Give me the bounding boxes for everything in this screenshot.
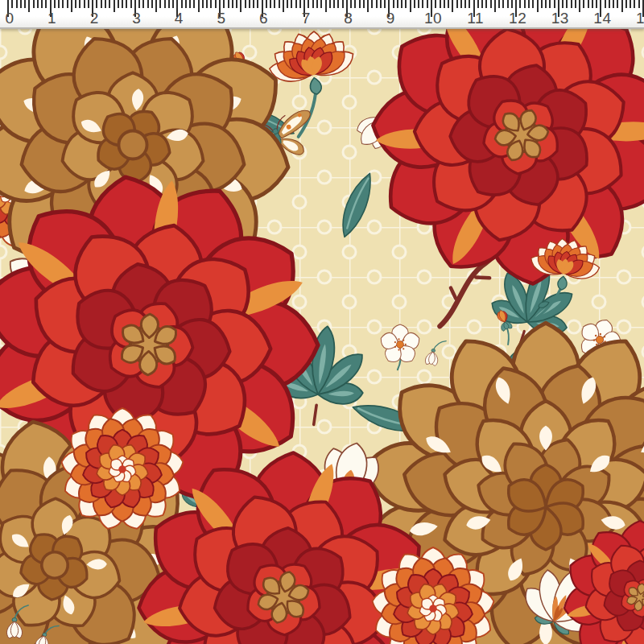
- ruler-tick: [524, 0, 526, 8]
- ruler: 0123456789101112131415: [0, 0, 644, 29]
- ruler-tick: [96, 0, 97, 8]
- ruler-tick: [545, 0, 547, 8]
- ruler-tick: [54, 0, 56, 8]
- ruler-tick: [20, 0, 22, 8]
- ruler-tick: [283, 0, 284, 12]
- ruler-tick: [494, 0, 496, 12]
- ruler-tick: [397, 0, 398, 8]
- ruler-tick: [588, 0, 589, 8]
- ruler-tick: [274, 0, 275, 8]
- ruler-tick: [266, 0, 267, 8]
- ruler-label: 11: [467, 10, 484, 26]
- ruler-tick: [511, 0, 513, 8]
- ruler-tick: [168, 0, 170, 8]
- ruler-tick: [24, 0, 26, 8]
- ruler-tick: [422, 0, 423, 8]
- ruler-label: 7: [302, 10, 311, 26]
- ruler-tick: [126, 0, 127, 8]
- ruler-tick: [367, 0, 369, 12]
- ruler-tick: [393, 0, 394, 8]
- ruler-tick: [164, 0, 166, 8]
- ruler-tick: [592, 0, 593, 8]
- ruler-tick: [206, 0, 208, 8]
- ruler-tick: [41, 0, 43, 8]
- ruler-tick: [440, 0, 441, 8]
- ruler-label: 9: [386, 10, 395, 26]
- ruler-tick: [596, 0, 597, 8]
- ruler-tick: [138, 0, 140, 8]
- ruler-tick: [337, 0, 339, 8]
- ruler-tick: [198, 0, 200, 12]
- ruler-tick: [414, 0, 415, 8]
- ruler-tick: [460, 0, 462, 8]
- ruler-label: 10: [424, 10, 442, 26]
- ruler-tick: [342, 0, 344, 8]
- ruler-tick: [549, 0, 551, 8]
- fabric-swatch-photo: 0123456789101112131415: [0, 0, 644, 644]
- ruler-tick: [452, 0, 453, 12]
- ruler-tick: [354, 0, 356, 8]
- ruler-tick: [79, 0, 80, 8]
- ruler-tick: [638, 0, 640, 8]
- ruler-tick: [634, 0, 635, 8]
- ruler-tick: [295, 0, 297, 8]
- ruler-tick: [333, 0, 335, 8]
- ruler-tick: [469, 0, 470, 8]
- ruler-tick: [58, 0, 60, 8]
- ruler-tick: [320, 0, 322, 8]
- ruler-tick: [142, 0, 144, 8]
- ruler-tick: [329, 0, 331, 8]
- ruler-tick: [363, 0, 365, 8]
- ruler-label: 12: [509, 10, 526, 26]
- ruler-tick: [155, 0, 157, 12]
- ruler-tick: [566, 0, 568, 8]
- fabric-pattern: [0, 27, 644, 644]
- ruler-tick: [371, 0, 373, 8]
- ruler-tick: [308, 0, 309, 8]
- ruler-tick: [37, 0, 39, 8]
- ruler-tick: [435, 0, 436, 8]
- ruler-tick: [105, 0, 106, 8]
- ruler-tick: [617, 0, 618, 8]
- ruler-tick: [376, 0, 378, 8]
- ruler-tick: [147, 0, 149, 8]
- ruler-tick: [605, 0, 606, 8]
- ruler-label: 13: [551, 10, 569, 26]
- ruler-label: 5: [217, 10, 225, 26]
- ruler-tick: [359, 0, 361, 8]
- ruler-tick: [464, 0, 466, 8]
- ruler-tick: [571, 0, 572, 8]
- ruler-tick: [583, 0, 584, 8]
- ruler-tick: [625, 0, 627, 8]
- ruler-tick: [249, 0, 250, 8]
- ruler-tick: [118, 0, 119, 8]
- ruler-tick: [71, 0, 72, 12]
- ruler-tick: [427, 0, 428, 8]
- ruler-tick: [490, 0, 492, 8]
- ruler-tick: [236, 0, 237, 8]
- ruler-label: 0: [5, 10, 14, 26]
- ruler-tick: [384, 0, 386, 8]
- ruler-tick: [401, 0, 402, 8]
- ruler-label: 2: [90, 10, 99, 26]
- ruler-tick: [109, 0, 110, 8]
- ruler-label: 1: [47, 10, 56, 26]
- ruler-tick: [11, 0, 13, 8]
- ruler-tick: [228, 0, 229, 8]
- ruler-tick: [185, 0, 187, 8]
- ruler-tick: [444, 0, 445, 8]
- ruler-tick: [159, 0, 161, 8]
- ruler-tick: [210, 0, 212, 8]
- ruler-tick: [477, 0, 479, 8]
- ruler-tick: [181, 0, 183, 8]
- ruler-tick: [45, 0, 47, 8]
- ruler-tick: [101, 0, 102, 8]
- ruler-tick: [456, 0, 458, 8]
- ruler-tick: [270, 0, 271, 8]
- ruler-tick: [554, 0, 555, 8]
- ruler-tick: [193, 0, 195, 8]
- ruler-tick: [240, 0, 242, 12]
- ruler-tick: [630, 0, 631, 8]
- ruler-tick: [75, 0, 76, 8]
- ruler-tick: [609, 0, 610, 8]
